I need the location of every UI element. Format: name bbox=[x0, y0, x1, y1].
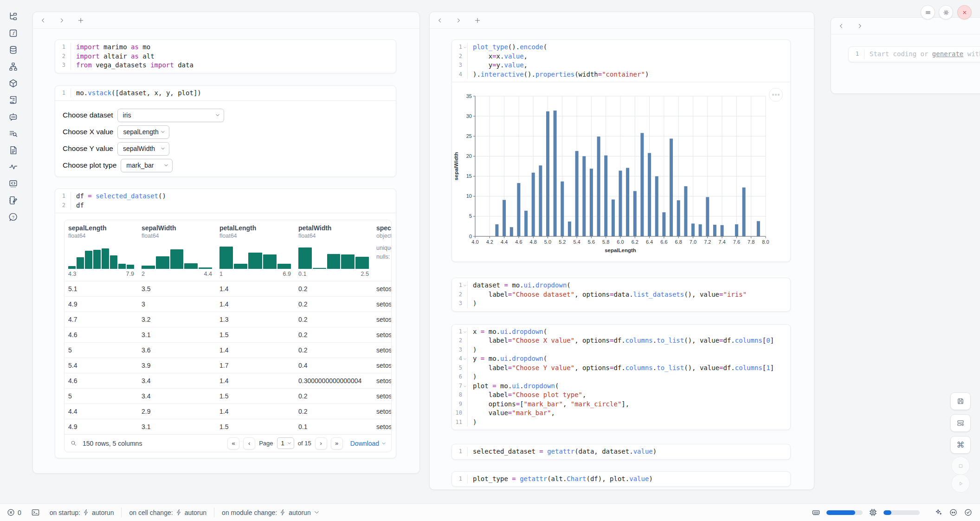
code-line[interactable]: 10 value="mark_bar", bbox=[452, 409, 790, 418]
code-line[interactable]: 2df bbox=[55, 201, 396, 210]
column-header[interactable]: speciesobjectunique:nulls: bbox=[376, 224, 391, 281]
code-placeholder[interactable]: Start coding or generate with AI bbox=[864, 50, 980, 59]
copilot-icon[interactable] bbox=[949, 508, 958, 517]
table-row[interactable]: 4.63.11.50.2setosa bbox=[64, 327, 391, 342]
fold-icon[interactable] bbox=[463, 330, 467, 334]
collapse-left-icon[interactable] bbox=[437, 17, 443, 24]
code-line[interactable]: 3) bbox=[452, 299, 790, 308]
code-line[interactable]: 2 label="Choose dataset", options=data.l… bbox=[452, 290, 790, 300]
fold-icon[interactable] bbox=[463, 357, 467, 361]
table-row[interactable]: 4.42.91.40.2setosa bbox=[64, 404, 391, 419]
terminal-icon[interactable] bbox=[31, 508, 40, 517]
next-page-button[interactable]: › bbox=[315, 437, 327, 449]
code-line[interactable]: 3from vega_datasets import data bbox=[55, 61, 396, 70]
code-editor[interactable]: 1dataset = mo.ui.dropdown(2 label="Choos… bbox=[452, 278, 790, 311]
save-button[interactable] bbox=[950, 392, 971, 410]
code-editor[interactable]: 1mo.vstack([dataset, x, y, plot]) bbox=[55, 86, 396, 101]
code-editor[interactable]: 1plot_type().encode(2 x=x.value,3 y=y.va… bbox=[452, 40, 790, 82]
search-icon[interactable] bbox=[70, 440, 77, 447]
code-line[interactable]: 4y = mo.ui.dropdown( bbox=[452, 354, 790, 364]
ai-sparkles-icon[interactable] bbox=[934, 508, 943, 517]
runtime-config-item[interactable]: on cell change:autorun bbox=[129, 509, 206, 516]
sidebar-item-flow[interactable] bbox=[5, 58, 21, 75]
code-line[interactable]: 7plot = mo.ui.dropdown( bbox=[452, 382, 790, 391]
layout-button[interactable] bbox=[950, 414, 971, 432]
table-row[interactable]: 5.43.91.70.4setosa bbox=[64, 358, 391, 373]
code-line[interactable]: 1plot_type().encode( bbox=[452, 43, 790, 52]
table-row[interactable]: 4.73.21.30.2setosa bbox=[64, 312, 391, 327]
table-row[interactable]: 4.931.40.2setosa bbox=[64, 296, 391, 312]
menu-button[interactable] bbox=[921, 5, 935, 20]
code-line[interactable]: 1import marimo as mo bbox=[55, 43, 396, 52]
code-line[interactable]: 1mo.vstack([dataset, x, y, plot]) bbox=[55, 89, 396, 98]
keyboard-shortcuts-button[interactable]: ⌘ bbox=[950, 436, 971, 454]
dropdown-1[interactable]: sepalLength bbox=[117, 125, 169, 139]
settings-button[interactable] bbox=[939, 5, 953, 20]
code-line[interactable]: 2import altair as alt bbox=[55, 52, 396, 61]
code-line[interactable]: 6) bbox=[452, 372, 790, 382]
code-line[interactable]: 1dataset = mo.ui.dropdown( bbox=[452, 281, 790, 290]
code-line[interactable]: 9 options=["mark_bar", "mark_circle"], bbox=[452, 400, 790, 409]
sidebar-item-function[interactable]: f bbox=[5, 25, 21, 41]
code-line[interactable]: 1df = selected_dataset() bbox=[55, 192, 396, 201]
collapse-right-icon[interactable] bbox=[857, 23, 863, 29]
sidebar-item-activity[interactable] bbox=[5, 158, 21, 175]
download-button[interactable]: Download bbox=[350, 440, 387, 447]
prev-page-button[interactable]: ‹ bbox=[243, 437, 255, 449]
sidebar-item-scratchpad[interactable] bbox=[5, 192, 21, 208]
code-line[interactable]: 3 y=y.value, bbox=[452, 61, 790, 70]
dropdown-0[interactable]: iris bbox=[117, 109, 224, 122]
runtime-config-item[interactable]: on startup:autorun bbox=[50, 509, 114, 516]
last-page-button[interactable]: » bbox=[331, 437, 343, 449]
error-count-badge[interactable]: 0 bbox=[6, 508, 21, 517]
fold-icon[interactable] bbox=[463, 46, 467, 49]
connection-status-icon[interactable] bbox=[964, 508, 973, 517]
table-row[interactable]: 53.41.50.2setosa bbox=[64, 388, 391, 404]
code-editor[interactable]: 1df = selected_dataset()2df bbox=[55, 189, 396, 213]
sidebar-item-script[interactable] bbox=[5, 91, 21, 108]
collapse-left-icon[interactable] bbox=[838, 23, 845, 29]
sidebar-item-database[interactable] bbox=[5, 41, 21, 58]
fold-icon[interactable] bbox=[463, 284, 467, 287]
table-row[interactable]: 53.61.40.2setosa bbox=[64, 342, 391, 358]
page-select[interactable]: 1 bbox=[277, 437, 294, 449]
sidebar-item-chatbot[interactable] bbox=[5, 108, 21, 125]
code-line[interactable]: 1x = mo.ui.dropdown( bbox=[452, 327, 790, 337]
sidebar-item-document[interactable] bbox=[5, 142, 21, 158]
code-editor[interactable]: 1import marimo as mo2import altair as al… bbox=[55, 40, 396, 73]
collapse-right-icon[interactable] bbox=[455, 17, 462, 24]
code-editor[interactable]: 1plot_type = getattr(alt.Chart(df), plot… bbox=[452, 472, 790, 487]
code-line[interactable]: 1selected_dataset = getattr(data, datase… bbox=[452, 447, 790, 456]
column-header[interactable]: sepalLengthfloat644.37.9 bbox=[68, 224, 142, 281]
run-button[interactable] bbox=[951, 474, 970, 493]
first-page-button[interactable]: « bbox=[227, 437, 239, 449]
collapse-right-icon[interactable] bbox=[58, 17, 65, 24]
column-header[interactable]: petalWidthfloat640.12.5 bbox=[298, 224, 376, 281]
close-button[interactable] bbox=[957, 5, 972, 20]
sidebar-item-help[interactable]: ? bbox=[5, 208, 21, 225]
collapse-left-icon[interactable] bbox=[40, 17, 46, 24]
add-cell-button[interactable] bbox=[77, 17, 84, 24]
dropdown-2[interactable]: sepalWidth bbox=[117, 142, 169, 156]
code-line[interactable]: 3) bbox=[452, 345, 790, 355]
add-cell-button[interactable] bbox=[474, 17, 481, 24]
generate-with-ai-link[interactable]: generate bbox=[932, 50, 963, 58]
fold-icon[interactable] bbox=[463, 384, 467, 388]
code-line[interactable]: 2 x=x.value, bbox=[452, 52, 790, 61]
runtime-config-item[interactable]: on module change:autorun bbox=[222, 509, 320, 516]
stop-button[interactable] bbox=[951, 456, 970, 475]
table-row[interactable]: 4.93.11.50.1setosa bbox=[64, 419, 391, 434]
dropdown-3[interactable]: mark_bar bbox=[121, 159, 173, 172]
sepal-bar-chart[interactable]: 4.04.24.44.64.85.05.25.45.65.86.06.26.46… bbox=[452, 85, 791, 258]
chart-menu-button[interactable] bbox=[769, 88, 783, 102]
column-header[interactable]: petalLengthfloat6416.9 bbox=[219, 224, 298, 281]
scratchpad-cell[interactable]: 1 Start coding or generate with AI bbox=[848, 46, 980, 62]
code-line[interactable]: 4).interactive().properties(width="conta… bbox=[452, 70, 790, 79]
code-line[interactable]: 5 label="Choose Y value", options=df.col… bbox=[452, 364, 790, 373]
code-editor[interactable]: 1x = mo.ui.dropdown(2 label="Choose X va… bbox=[452, 325, 790, 430]
code-line[interactable]: 8 label="Choose plot type", bbox=[452, 391, 790, 400]
code-line[interactable]: 2 label="Choose X value", options=df.col… bbox=[452, 336, 790, 345]
sidebar-item-search-logs[interactable] bbox=[5, 125, 21, 142]
column-header[interactable]: sepalWidthfloat6424.4 bbox=[142, 224, 219, 281]
sidebar-item-code-snippet[interactable] bbox=[5, 175, 21, 192]
